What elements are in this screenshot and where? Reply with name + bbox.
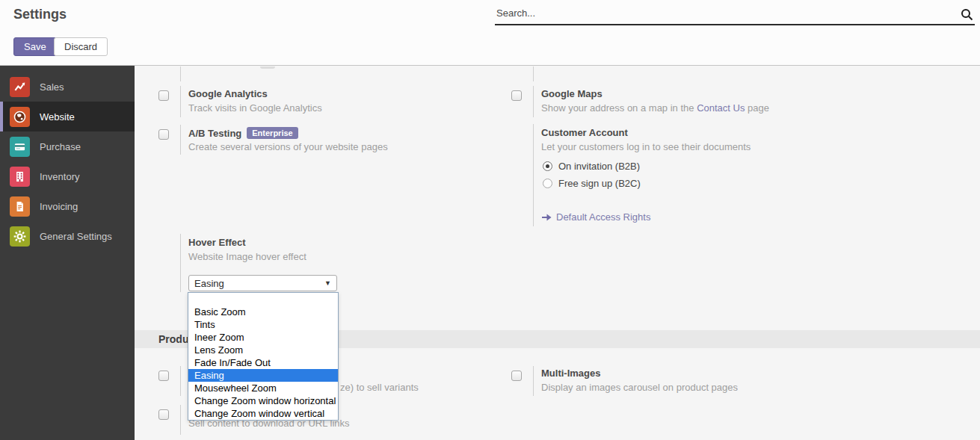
dropdown-option[interactable]: Basic Zoom [188,306,338,318]
enterprise-badge: Enterprise [247,127,298,139]
dropdown-option[interactable]: Mousewheel Zoom [188,382,338,394]
hover-effect-title: Hover Effect [188,237,246,248]
credit-card-icon [10,137,30,157]
variants-desc-fragment: ze) to sell variants [340,382,419,393]
sales-chart-icon [10,77,30,97]
sidebar-item-label: General Settings [40,231,112,242]
divider [180,66,181,81]
sidebar-item-label: Invoicing [40,201,78,212]
gear-icon [10,226,30,247]
settings-page: Settings Save Discard Sales Website [0,0,980,440]
google-analytics-desc: Track visits in Google Analytics [188,102,322,114]
divider [180,86,181,117]
default-access-rights-link[interactable]: Default Access Rights [541,211,650,223]
save-button[interactable]: Save [13,37,57,56]
radio-on-invitation[interactable]: On invitation (B2B) [543,161,640,172]
divider [533,86,534,117]
divider [533,66,534,81]
ab-testing-desc: Create several versions of your website … [188,141,388,152]
customer-account-title: Customer Account [541,127,628,138]
building-icon [10,167,30,187]
app-sidebar: Sales Website Purchase Inventory Invoici… [0,66,135,440]
divider [180,234,181,292]
hover-effect-select[interactable]: Easing ▼ [188,275,337,291]
radio-label: Free sign up (B2C) [558,178,641,189]
dropdown-option[interactable]: Change Zoom window horizontal [188,394,338,407]
sidebar-item-general-settings[interactable]: General Settings [0,221,135,251]
google-maps-desc-suffix: page [745,102,769,114]
sidebar-item-label: Website [40,111,75,123]
search-icon[interactable] [961,8,973,24]
dropdown-option-selected[interactable]: Easing [188,369,338,382]
page-title: Settings [13,7,67,22]
divider [180,125,181,155]
multi-images-title: Multi-Images [541,368,600,379]
customer-account-desc: Let your customers log in to see their d… [541,141,751,152]
arrow-right-icon [541,213,552,222]
hover-effect-dropdown: Basic Zoom Tints Ineer Zoom Lens Zoom Fa… [188,292,339,421]
document-icon [10,196,30,217]
google-maps-checkbox[interactable] [511,90,522,101]
google-maps-desc: Show your address on a map in the Contac… [541,102,769,114]
sidebar-item-sales[interactable]: Sales [0,72,135,102]
sidebar-item-purchase[interactable]: Purchase [0,131,135,161]
digital-content-checkbox[interactable] [158,409,169,420]
dropdown-option-blank[interactable] [188,293,338,306]
sidebar-item-label: Sales [40,81,64,93]
dropdown-option[interactable]: Lens Zoom [188,344,338,356]
divider [180,366,181,396]
chevron-down-icon: ▼ [324,279,331,287]
dropdown-option[interactable]: Change Zoom window vertical [188,407,338,420]
radio-free-signup[interactable]: Free sign up (B2C) [543,178,641,189]
link-label: Default Access Rights [556,211,650,223]
ab-testing-title: A/B TestingEnterprise [188,127,298,139]
ab-testing-checkbox[interactable] [158,129,169,140]
dropdown-option[interactable]: Tints [188,318,338,331]
hover-effect-desc: Website Image hover effect [188,251,306,262]
variants-checkbox[interactable] [158,371,169,381]
sidebar-item-label: Purchase [40,141,81,152]
google-maps-title: Google Maps [541,88,603,99]
radio-label: On invitation (B2B) [558,161,640,172]
dropdown-option[interactable]: Fade In/Fade Out [188,356,338,369]
divider [533,124,534,226]
google-analytics-checkbox[interactable] [158,90,169,101]
google-analytics-title: Google Analytics [188,88,268,99]
ab-testing-title-text: A/B Testing [188,128,241,139]
globe-icon [10,107,30,127]
sidebar-item-invoicing[interactable]: Invoicing [0,191,135,221]
sidebar-item-inventory[interactable]: Inventory [0,161,135,191]
radio-selected-icon[interactable] [543,161,552,171]
sidebar-item-label: Inventory [40,171,79,182]
radio-unselected-icon[interactable] [543,179,552,188]
google-maps-desc-prefix: Show your address on a map in the [541,102,697,114]
multi-images-desc: Display an images carousel on product pa… [541,382,738,393]
search-bar [495,4,975,25]
discard-button[interactable]: Discard [54,37,108,56]
sidebar-item-website[interactable]: Website [0,102,135,131]
divider [533,366,534,396]
divider [180,405,181,435]
select-value: Easing [194,278,224,289]
contact-us-link[interactable]: Contact Us [697,102,745,114]
header-bar: Settings Save Discard [0,0,980,66]
multi-images-checkbox[interactable] [511,371,522,381]
dropdown-option[interactable]: Ineer Zoom [188,331,338,344]
search-input[interactable] [495,4,947,22]
partial-scrolled-element [260,66,275,69]
